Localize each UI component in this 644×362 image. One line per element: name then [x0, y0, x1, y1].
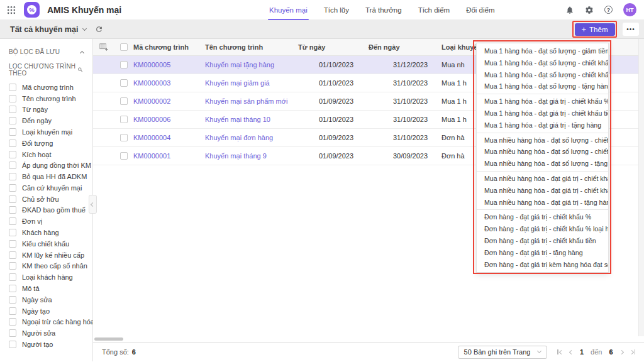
add-type-menu-item[interactable]: Mua 1 hàng hóa - đạt giá trị - tặng hàng: [477, 119, 608, 131]
filter-checkbox[interactable]: [9, 251, 16, 259]
view-selector[interactable]: Tất cả khuyến mại: [10, 25, 86, 34]
filter-checkbox[interactable]: [9, 307, 16, 315]
program-code-link[interactable]: KM0000006: [133, 116, 205, 123]
program-name-link[interactable]: Khuyến mại tháng 10: [205, 116, 298, 123]
filter-checkbox[interactable]: [9, 206, 16, 214]
program-name-link[interactable]: Khuyến mại giảm giá: [205, 79, 298, 87]
sidebar-collapse-handle[interactable]: [89, 195, 97, 214]
add-type-menu-item[interactable]: Mua 1 hàng hóa - đạt số lượng - chiết kh…: [477, 69, 608, 81]
more-options-button[interactable]: •••: [623, 23, 639, 36]
saved-filters-header[interactable]: BỘ LỌC ĐÃ LƯU: [0, 44, 92, 58]
add-type-menu-item[interactable]: Mua nhiều hàng hóa - đạt số lượng - chiế…: [477, 134, 608, 146]
filter-checkbox[interactable]: [9, 140, 16, 147]
add-type-menu-item[interactable]: Mua nhiều hàng hóa - đạt số lượng - tặng…: [477, 158, 608, 170]
filter-checkbox[interactable]: [9, 95, 16, 102]
avatar[interactable]: HT: [623, 3, 636, 16]
filter-checkbox[interactable]: [9, 285, 16, 292]
filter-field-item[interactable]: ĐKAD bao gồm thuế: [0, 205, 92, 216]
filter-field-item[interactable]: Khách hàng: [0, 227, 92, 238]
filter-field-item[interactable]: Áp dụng đồng thời KM khác: [0, 160, 92, 171]
row-checkbox[interactable]: [120, 116, 128, 123]
filter-field-item[interactable]: Kiểu chiết khấu: [0, 238, 92, 250]
add-type-menu-item[interactable]: Mua nhiều hàng hóa - đạt giá trị - chiết…: [477, 185, 608, 197]
filter-checkbox[interactable]: [9, 106, 16, 113]
filter-field-item[interactable]: Căn cứ khuyến mại: [0, 182, 92, 194]
filter-checkbox[interactable]: [9, 273, 16, 281]
filter-checkbox[interactable]: [9, 162, 16, 169]
search-icon[interactable]: [77, 66, 84, 74]
add-type-menu-item[interactable]: Mua 1 hàng hóa - đạt số lượng - chiết kh…: [477, 57, 608, 69]
column-settings-icon[interactable]: [93, 43, 114, 52]
filter-checkbox[interactable]: [9, 262, 16, 270]
row-checkbox[interactable]: [120, 61, 128, 69]
vertical-scrollbar[interactable]: [638, 39, 644, 336]
settings-gear-icon[interactable]: [585, 6, 594, 14]
filter-field-item[interactable]: Từ ngày: [0, 104, 92, 116]
program-code-link[interactable]: KM0000002: [133, 97, 205, 105]
row-checkbox[interactable]: [120, 134, 128, 141]
col-header-code[interactable]: Mã chương trình: [133, 43, 205, 51]
filter-checkbox[interactable]: [9, 184, 16, 192]
nav-tab[interactable]: Đổi điểm: [466, 0, 494, 20]
add-type-menu-item[interactable]: Mua 1 hàng hóa - đạt giá trị - chiết khấ…: [477, 96, 608, 107]
program-name-link[interactable]: Khuyến mại tặng hàng: [205, 61, 298, 69]
program-name-link[interactable]: Khuyến mại đơn hàng: [205, 134, 298, 141]
horizontal-scrollbar-thumb[interactable]: [94, 337, 123, 341]
filter-checkbox[interactable]: [9, 296, 16, 304]
filter-field-item[interactable]: Bỏ qua HH đã ADKM: [0, 171, 92, 182]
filter-checkbox[interactable]: [9, 151, 16, 158]
add-type-menu-item[interactable]: Mua nhiều hàng hóa - đạt giá trị - tặng …: [477, 197, 608, 209]
filter-checkbox[interactable]: [9, 229, 16, 236]
col-header-to[interactable]: Đến ngày: [369, 43, 428, 51]
horizontal-scrollbar[interactable]: [93, 336, 644, 342]
nav-tab[interactable]: Khuyến mại: [269, 0, 308, 20]
page-size-select[interactable]: 50 Bản ghi trên Trang: [458, 346, 548, 359]
add-type-menu-item[interactable]: Đơn hàng - đạt giá trị - chiết khấu tiền: [477, 235, 608, 247]
prev-page-button[interactable]: [570, 351, 573, 354]
program-code-link[interactable]: KM0000004: [133, 134, 205, 141]
add-type-menu-item[interactable]: Đơn hàng - đạt giá trị - chiết khấu %: [477, 211, 608, 223]
filter-field-item[interactable]: Đối tượng: [0, 138, 92, 149]
filter-field-item[interactable]: KM lũy kế nhiều cấp: [0, 250, 92, 261]
program-code-link[interactable]: KM0000005: [133, 61, 205, 69]
program-name-link[interactable]: Khuyến mại sản phẩm mới: [205, 97, 298, 105]
filter-checkbox[interactable]: [9, 217, 16, 225]
app-logo-icon[interactable]: %: [24, 2, 40, 18]
add-type-menu-item[interactable]: Đơn hàng - đạt giá trị - chiết khấu % lo…: [477, 223, 608, 235]
filter-field-item[interactable]: Đơn vị: [0, 216, 92, 227]
refresh-icon[interactable]: [95, 25, 103, 33]
filter-checkbox[interactable]: [9, 117, 16, 124]
nav-tab[interactable]: Tích điểm: [418, 0, 450, 20]
add-type-menu-item[interactable]: Đơn hàng - đạt giá trị kèm hàng hóa đạt …: [477, 259, 608, 271]
first-page-button[interactable]: [557, 349, 563, 354]
filter-field-item[interactable]: Đến ngày: [0, 115, 92, 126]
filter-checkbox[interactable]: [9, 84, 16, 91]
filter-checkbox[interactable]: [9, 128, 16, 136]
filter-field-item[interactable]: Loại khách hàng: [0, 272, 92, 283]
filter-field-item[interactable]: Người tạo: [0, 339, 92, 350]
help-icon[interactable]: ?: [604, 6, 613, 14]
next-page-button[interactable]: [620, 351, 623, 354]
nav-tab[interactable]: Trả thưởng: [365, 0, 402, 20]
filter-checkbox[interactable]: [9, 329, 16, 337]
program-code-link[interactable]: KM0000003: [133, 79, 205, 87]
col-header-name[interactable]: Tên chương trình: [205, 43, 298, 51]
add-type-menu-item[interactable]: Đơn hàng - đạt giá trị - tặng hàng: [477, 247, 608, 259]
last-page-button[interactable]: [630, 349, 636, 354]
nav-tab[interactable]: Tích lũy: [324, 0, 349, 20]
add-type-menu-item[interactable]: Mua 1 hàng hóa - đạt giá trị - chiết khấ…: [477, 107, 608, 119]
add-button[interactable]: + Thêm: [575, 23, 615, 36]
notification-bell-icon[interactable]: [565, 6, 574, 14]
add-type-menu-item[interactable]: Mua 1 hàng hóa - đạt số lượng - giảm tiề…: [477, 45, 608, 57]
filter-checkbox[interactable]: [9, 240, 16, 248]
program-name-link[interactable]: Khuyến mại tháng 9: [205, 152, 298, 160]
filter-by-header[interactable]: LỌC CHƯƠNG TRÌNH THEO: [0, 58, 92, 80]
filter-field-item[interactable]: Tên chương trình: [0, 93, 92, 104]
filter-field-item[interactable]: Kích hoạt: [0, 149, 92, 160]
filter-field-item[interactable]: Ngoại trừ các hàng hóa: [0, 316, 92, 327]
filter-field-item[interactable]: Mã chương trình: [0, 82, 92, 93]
filter-field-item[interactable]: Người sửa: [0, 327, 92, 339]
select-all-checkbox[interactable]: [120, 43, 128, 51]
filter-checkbox[interactable]: [9, 318, 16, 326]
add-type-menu-item[interactable]: Mua nhiều hàng hóa - đạt giá trị - chiết…: [477, 173, 608, 185]
